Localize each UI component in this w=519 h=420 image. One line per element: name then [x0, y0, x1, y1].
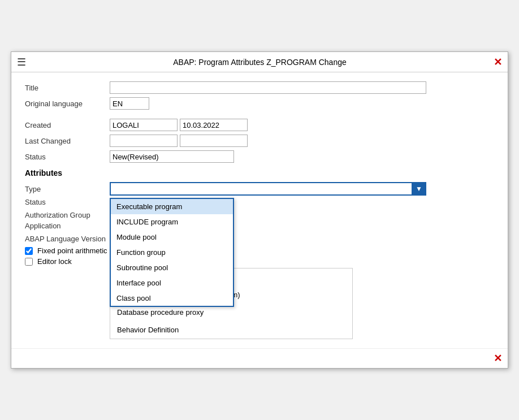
application-row: Application [25, 222, 494, 230]
last-changed-label: Last Changed [25, 137, 110, 145]
title-bar: ☰ ABAP: Program Attributes Z_PROGRAM Cha… [11, 52, 508, 72]
type-dropdown-button[interactable]: ▼ [412, 182, 426, 196]
type-label: Type [25, 185, 110, 193]
created-label: Created [25, 121, 110, 129]
bottom-bar: ✕ [11, 348, 508, 368]
attributes-section-title: Attributes [25, 168, 494, 177]
dropdown-item-subroutine-pool[interactable]: Subroutine pool [111, 260, 233, 275]
created-date-input[interactable] [180, 119, 248, 131]
form-content: Title Original language Created Last Cha… [11, 72, 508, 348]
type-dropdown-menu: Executable program INCLUDE program Modul… [110, 198, 234, 307]
application-label: Application [25, 222, 110, 230]
type-input[interactable] [110, 182, 426, 196]
title-row: Title [25, 81, 494, 94]
window-close-button[interactable]: ✕ [494, 56, 502, 68]
orig-lang-input[interactable] [110, 97, 149, 110]
orig-lang-label: Original language [25, 99, 110, 108]
status-label: Status [25, 153, 110, 161]
close-red-icon: ✕ [494, 353, 502, 364]
created-row: Created [25, 119, 494, 131]
type-select-wrapper: ▼ [110, 182, 426, 196]
last-changed-date-input[interactable] [180, 135, 248, 147]
dropdown-item-behavior-def[interactable]: Behavior Definition [110, 321, 352, 339]
auth-group-row: Authorization Group [25, 211, 494, 219]
dropdown-item-interface-pool[interactable]: Interface pool [111, 275, 233, 291]
status-input[interactable] [110, 150, 234, 163]
dropdown-item-class-pool[interactable]: Class pool [111, 291, 233, 306]
main-window: ☰ ABAP: Program Attributes Z_PROGRAM Cha… [11, 51, 508, 369]
editor-lock-label: Editor lock [37, 257, 72, 266]
dropdown-item-function-group[interactable]: Function group [111, 245, 233, 260]
dropdown-item-include[interactable]: INCLUDE program [111, 214, 233, 230]
type-section: Type ▼ Executable program INCLUDE progra… [25, 182, 494, 266]
created-user-input[interactable] [110, 119, 178, 131]
fixed-point-label: Fixed point arithmetic [37, 246, 107, 255]
bottom-close-button[interactable]: ✕ [490, 351, 505, 366]
editor-lock-row: Editor lock [25, 257, 494, 266]
chevron-down-icon: ▼ [416, 185, 422, 193]
window-title: ABAP: Program Attributes Z_PROGRAM Chang… [26, 58, 494, 67]
dropdown-item-module-pool[interactable]: Module pool [111, 230, 233, 245]
status2-label: Status [25, 198, 110, 206]
abap-lang-version-label: ABAP Language Version [25, 235, 494, 243]
status2-row: Status [25, 198, 494, 206]
title-label: Title [25, 84, 110, 92]
below-dropdown-section: Type pool Transformation (XSLT or ST pro… [25, 268, 494, 339]
fixed-point-checkbox[interactable] [25, 247, 33, 255]
last-changed-row: Last Changed [25, 135, 494, 147]
menu-icon[interactable]: ☰ [17, 57, 26, 67]
status-row: Status [25, 150, 494, 163]
dropdown-item-executable[interactable]: Executable program [111, 199, 233, 214]
fixed-point-row: Fixed point arithmetic [25, 246, 494, 255]
title-input[interactable] [110, 81, 426, 94]
auth-group-label: Authorization Group [25, 211, 110, 219]
type-row: Type ▼ [25, 182, 494, 196]
editor-lock-checkbox[interactable] [25, 258, 33, 266]
last-changed-user-input[interactable] [110, 135, 178, 147]
orig-lang-row: Original language [25, 97, 494, 110]
